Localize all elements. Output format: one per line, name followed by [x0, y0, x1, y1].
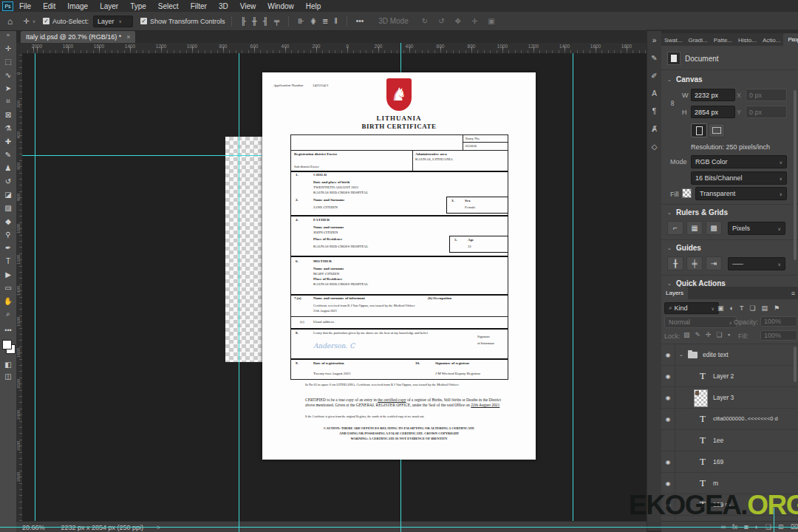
menu-item[interactable]: Type: [124, 2, 152, 10]
roll-3d-icon[interactable]: ↺: [435, 17, 447, 25]
layer-name[interactable]: edite text: [703, 351, 729, 358]
panel-tab[interactable]: Patte...: [711, 35, 735, 46]
panel-menu-icon[interactable]: ≡: [791, 290, 795, 297]
paragraph-panel-icon[interactable]: ¶: [647, 102, 661, 120]
new-guide-layout-icon[interactable]: ╪: [686, 256, 703, 270]
distribute-horizontal-icon[interactable]: ⋕: [307, 17, 319, 25]
zoom-tool-icon[interactable]: ⌕: [0, 307, 16, 321]
brushes-panel-icon[interactable]: ✐: [647, 66, 661, 84]
panel-tab[interactable]: Histo...: [735, 35, 760, 46]
visibility-eye-empty[interactable]: [661, 430, 675, 451]
collapse-quick-actions-icon[interactable]: ⌄: [667, 281, 672, 287]
properties-scrollbar[interactable]: [794, 90, 797, 260]
glyphs-panel-icon[interactable]: Ⱥ: [647, 120, 661, 137]
rulers-grids-section-header[interactable]: Rulers & Grids: [676, 208, 728, 216]
visibility-eye-icon[interactable]: ◉: [661, 344, 675, 365]
blend-mode-dropdown[interactable]: Normal ∨: [664, 316, 737, 328]
menu-item[interactable]: Filter: [185, 2, 213, 10]
more-options-icon[interactable]: •••: [353, 17, 367, 25]
frame-tool-icon[interactable]: ⊠: [0, 108, 16, 121]
panel-tab[interactable]: Actio...: [760, 35, 783, 46]
fill-swatch[interactable]: [682, 188, 692, 198]
hand-tool-icon[interactable]: ✋: [0, 294, 16, 307]
new-guide-icon[interactable]: ╂: [667, 256, 683, 270]
layer-row[interactable]: ◉ T 169: [661, 451, 798, 473]
distribute-right-icon[interactable]: ‖: [332, 17, 341, 25]
menu-item[interactable]: File: [13, 2, 37, 10]
filter-type-layers-icon[interactable]: T: [740, 304, 744, 312]
filter-adjustment-layers-icon[interactable]: ◐: [730, 304, 734, 312]
layer-filter-kind-dropdown[interactable]: ⌕ Kind ∨: [664, 302, 719, 314]
fill-dropdown[interactable]: Transparent ∨: [695, 187, 787, 200]
guide-style-dropdown[interactable]: ⎯⎯⎯⎯ ∨: [728, 257, 785, 270]
align-top-icon[interactable]: ╤: [271, 17, 282, 25]
eraser-tool-icon[interactable]: ◪: [0, 188, 16, 201]
pan-3d-icon[interactable]: ✥: [452, 17, 464, 25]
height-field[interactable]: 2854 px: [691, 106, 735, 118]
panel-tab[interactable]: Swat...: [661, 35, 685, 46]
distribute-left-icon[interactable]: ≣: [319, 17, 331, 25]
object-selection-tool-icon[interactable]: ➤: [0, 81, 16, 95]
width-field[interactable]: 2232 px: [691, 89, 735, 101]
link-dimensions-icon[interactable]: ∞: [669, 100, 678, 106]
guide-vertical[interactable]: [400, 460, 401, 532]
quick-mask-icon[interactable]: ◧: [0, 359, 16, 371]
guide-vertical[interactable]: [35, 53, 35, 521]
move-tool-dropdown-icon[interactable]: ∨: [33, 18, 35, 24]
guide-horizontal[interactable]: [0, 527, 798, 528]
orbit-3d-icon[interactable]: ↻: [419, 17, 431, 25]
units-dropdown[interactable]: Pixels ∨: [728, 222, 785, 235]
panel-tab[interactable]: Gradi...: [685, 35, 710, 46]
canvas-section-header[interactable]: Canvas: [676, 75, 703, 83]
collapse-panels-icon[interactable]: »: [647, 31, 661, 49]
layer-row[interactable]: ◉ Layer 3: [661, 387, 798, 409]
toggle-pixel-grid-icon[interactable]: ▩: [706, 221, 722, 235]
layer-row[interactable]: ◉ T Layer 2: [661, 366, 798, 387]
filter-smart-objects-icon[interactable]: ▤: [762, 304, 768, 312]
menu-item[interactable]: Edit: [37, 2, 61, 10]
guide-horizontal[interactable]: [22, 155, 264, 156]
toggle-rulers-icon[interactable]: ⌐: [667, 221, 683, 235]
guide-vertical[interactable]: [400, 43, 401, 72]
x-field[interactable]: 0 px: [746, 89, 787, 101]
filter-on-icon[interactable]: ⚑: [774, 304, 780, 312]
layers-scrollbar[interactable]: [794, 347, 797, 382]
crop-tool-icon[interactable]: ⌗: [0, 95, 16, 108]
lock-all-icon[interactable]: ▪: [728, 331, 730, 338]
history-brush-tool-icon[interactable]: ↺: [0, 174, 16, 188]
toggle-grid-icon[interactable]: ▦: [686, 221, 703, 235]
menu-item[interactable]: Image: [61, 2, 94, 10]
layer-name[interactable]: 169: [713, 458, 723, 466]
align-left-icon[interactable]: ╟: [238, 17, 249, 25]
lasso-tool-icon[interactable]: ∿: [0, 68, 16, 81]
path-selection-tool-icon[interactable]: ▶: [0, 267, 16, 281]
shape-tool-icon[interactable]: ▭: [0, 281, 16, 294]
distribute-vertical-icon[interactable]: ⊪: [295, 17, 307, 25]
menu-item[interactable]: Select: [152, 2, 185, 10]
blur-tool-icon[interactable]: ◆: [0, 214, 16, 228]
toolbar-collapse-icon[interactable]: »: [0, 31, 16, 40]
visibility-eye-icon[interactable]: ◉: [661, 366, 675, 386]
align-center-horizontal-icon[interactable]: ╫: [249, 17, 260, 25]
layer-name[interactable]: cilta0000000..<<<<<<<0 d: [713, 415, 778, 422]
auto-select-target-dropdown[interactable]: Layer ∨: [93, 16, 133, 27]
3d-panel-icon[interactable]: ◇: [647, 137, 661, 155]
layer-name[interactable]: Layer 2: [713, 372, 734, 380]
menu-item[interactable]: View: [234, 2, 262, 10]
marquee-tool-icon[interactable]: ⬚: [0, 55, 16, 68]
layer-name[interactable]: Layer 3: [713, 394, 734, 401]
menu-item[interactable]: Window: [262, 2, 300, 10]
fill-opacity-field[interactable]: 100%: [760, 330, 797, 341]
visibility-eye-icon[interactable]: ◉: [661, 409, 675, 429]
more-tools-icon[interactable]: •••: [0, 327, 16, 334]
bit-depth-dropdown[interactable]: 16 Bits/Channel ∨: [691, 171, 787, 185]
portrait-orientation-button[interactable]: [691, 123, 707, 137]
move-tool-icon[interactable]: ✛: [0, 41, 16, 55]
horizontal-ruler[interactable]: 2000180016001400120010008006004002000200…: [22, 43, 647, 54]
tab-layers[interactable]: Layers: [661, 287, 688, 299]
align-right-icon[interactable]: ╢: [260, 17, 271, 25]
character-panel-icon[interactable]: A: [647, 84, 661, 102]
filter-shape-layers-icon[interactable]: ❏: [749, 304, 755, 312]
layer-row-hidden[interactable]: T 1ee: [661, 430, 798, 451]
menu-item[interactable]: Help: [300, 2, 327, 10]
